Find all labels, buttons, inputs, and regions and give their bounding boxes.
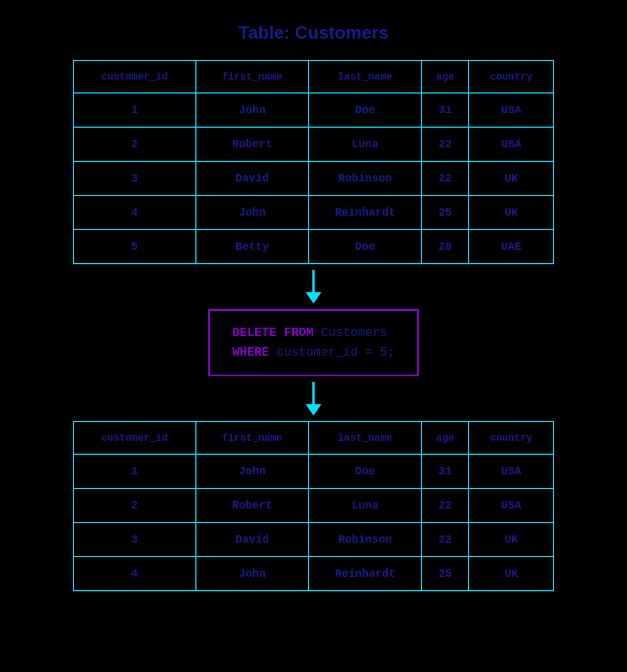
table-cell: USA (469, 454, 554, 488)
sql-line-2: WHERE customer_id = 5; (232, 343, 395, 362)
table-cell: USA (469, 488, 554, 522)
arrow-down-1 (306, 270, 321, 304)
table-row: 1JohnDoe31USA (73, 93, 554, 127)
col-header-country-2: country (469, 422, 554, 454)
col-header-last-name-2: last_name (308, 422, 422, 454)
table-cell: 2 (73, 488, 196, 522)
table-row: 4JohnReinhardt25UK (73, 195, 554, 230)
table-cell: Doe (308, 93, 422, 127)
col-header-age: age (422, 60, 469, 93)
table-cell: 5 (73, 230, 196, 264)
table-cell: Robinson (308, 522, 422, 557)
table-cell: 1 (73, 454, 196, 488)
table-cell: Luna (308, 127, 422, 161)
table-cell: 25 (422, 557, 469, 591)
table-cell: Robinson (308, 161, 422, 195)
table-cell: Betty (196, 230, 309, 264)
table-row: 1JohnDoe31USA (73, 454, 554, 488)
table-cell: Reinhardt (308, 195, 422, 230)
table-cell: 4 (73, 557, 196, 591)
table-cell: UK (469, 161, 554, 195)
table-cell: 1 (73, 93, 196, 127)
table-cell: Luna (308, 488, 422, 522)
table-row: 3DavidRobinson22UK (73, 161, 554, 195)
table-row: 2RobertLuna22USA (73, 127, 554, 161)
col-header-country: country (469, 60, 554, 93)
table-cell: David (196, 522, 309, 557)
col-header-age-2: age (422, 422, 469, 454)
table-cell: 22 (422, 161, 469, 195)
table-cell: UK (469, 522, 554, 557)
sql-table-name: Customers (314, 326, 387, 340)
col-header-first-name-2: first_name (196, 422, 309, 454)
table-cell: USA (469, 93, 554, 127)
table-cell: David (196, 161, 309, 195)
table-before-header-row: customer_id first_name last_name age cou… (73, 60, 554, 93)
table-cell: John (196, 195, 309, 230)
table-cell: UK (469, 557, 554, 591)
col-header-first-name: first_name (196, 60, 309, 93)
col-header-customer-id-2: customer_id (73, 422, 196, 454)
table-row: 4JohnReinhardt25UK (73, 557, 554, 591)
page-container: Table: Customers customer_id first_name … (0, 0, 627, 672)
table-cell: Doe (308, 230, 422, 264)
table-cell: 22 (422, 522, 469, 557)
sql-query-box: DELETE FROM Customers WHERE customer_id … (208, 309, 419, 376)
table-cell: John (196, 557, 309, 591)
table-cell: 28 (422, 230, 469, 264)
table-cell: 22 (422, 127, 469, 161)
table-cell: UK (469, 195, 554, 230)
sql-keyword-delete: DELETE FROM (232, 326, 314, 340)
table-cell: 22 (422, 488, 469, 522)
table-row: 5BettyDoe28UAE (73, 230, 554, 264)
table-cell: Doe (308, 454, 422, 488)
page-title: Table: Customers (238, 22, 389, 43)
table-cell: 4 (73, 195, 196, 230)
table-cell: 3 (73, 161, 196, 195)
table-cell: 2 (73, 127, 196, 161)
table-cell: UAE (469, 230, 554, 264)
table-cell: Robert (196, 127, 309, 161)
table-before: customer_id first_name last_name age cou… (73, 60, 554, 264)
table-cell: Reinhardt (308, 557, 422, 591)
col-header-last-name: last_name (308, 60, 422, 93)
table-cell: John (196, 454, 309, 488)
table-cell: 25 (422, 195, 469, 230)
arrow-line-2 (312, 382, 315, 404)
arrow-line-1 (312, 270, 315, 292)
table-row: 3DavidRobinson22UK (73, 522, 554, 557)
table-after-header-row: customer_id first_name last_name age cou… (73, 422, 554, 454)
table-cell: 3 (73, 522, 196, 557)
col-header-customer-id: customer_id (73, 60, 196, 93)
table-cell: 31 (422, 454, 469, 488)
table-row: 2RobertLuna22USA (73, 488, 554, 522)
table-cell: Robert (196, 488, 309, 522)
arrow-down-2 (306, 382, 321, 416)
table-after: customer_id first_name last_name age cou… (73, 421, 554, 591)
arrow-head-2 (306, 404, 321, 416)
arrow-head-1 (306, 292, 321, 304)
table-cell: USA (469, 127, 554, 161)
sql-keyword-where: WHERE (232, 346, 269, 360)
table-cell: John (196, 93, 309, 127)
table-cell: 31 (422, 93, 469, 127)
sql-condition: customer_id = 5; (269, 346, 395, 360)
sql-line-1: DELETE FROM Customers (232, 323, 395, 343)
